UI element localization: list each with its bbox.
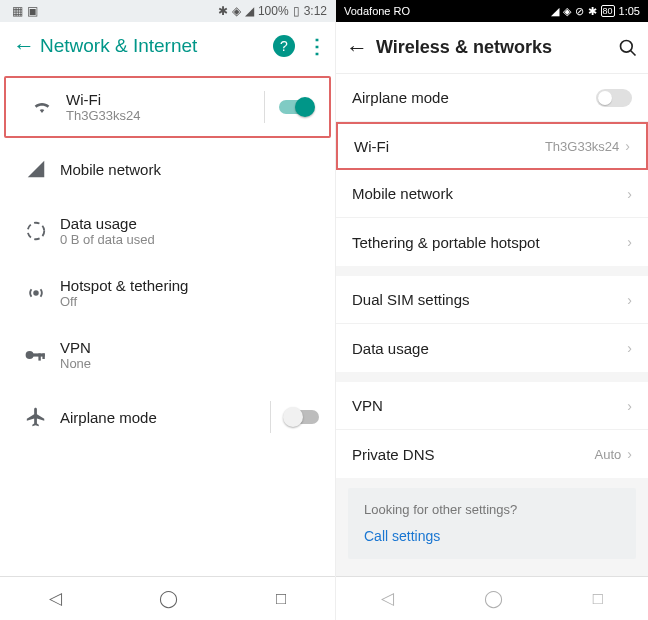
notif-icon: ▣: [27, 4, 38, 18]
help-button[interactable]: ?: [273, 35, 295, 57]
chevron-right-icon: ›: [627, 234, 632, 250]
row-title: Hotspot & tethering: [60, 277, 319, 294]
signal-status-icon: ◢: [245, 4, 254, 18]
row-title: Wi-Fi: [66, 91, 258, 108]
carrier: Vodafone RO: [344, 5, 547, 17]
chevron-right-icon: ›: [625, 138, 630, 154]
row-private-dns[interactable]: Private DNSAuto›: [336, 430, 648, 478]
bluetooth-icon: ✱: [588, 5, 597, 18]
row-title: Airplane mode: [352, 89, 596, 106]
row-value: Th3G33ks24: [545, 139, 619, 154]
search-button[interactable]: [618, 38, 638, 58]
row-title: Mobile network: [352, 185, 627, 202]
svg-rect-5: [42, 353, 44, 359]
battery-icon: ▯: [293, 4, 300, 18]
toggle[interactable]: [279, 100, 313, 114]
navigation-bar: ◁ ◯ □: [0, 576, 335, 620]
row-title: Mobile network: [60, 161, 319, 178]
wifi-status-icon: ◈: [232, 4, 241, 18]
row-title: VPN: [352, 397, 627, 414]
row-title: Data usage: [352, 340, 627, 357]
clock: 3:12: [304, 4, 327, 18]
toggle[interactable]: [285, 410, 319, 424]
overflow-button[interactable]: ⋮: [307, 34, 327, 58]
other-settings-card: Looking for other settings?Call settings: [348, 488, 636, 559]
chevron-right-icon: ›: [627, 292, 632, 308]
chevron-right-icon: ›: [627, 398, 632, 414]
row-subtitle: Off: [60, 294, 319, 309]
row-value: Auto: [595, 447, 622, 462]
row-mobile[interactable]: Mobile network›: [336, 170, 648, 218]
signal-icon: [16, 158, 56, 180]
navigation-bar: ◁ ◯ □: [336, 576, 648, 620]
call-settings-link[interactable]: Call settings: [364, 528, 440, 544]
row-hotspot[interactable]: Hotspot & tetheringOff: [0, 262, 335, 324]
row-subtitle: Th3G33ks24: [66, 108, 258, 123]
dnd-icon: ⊘: [575, 5, 584, 18]
chevron-right-icon: ›: [627, 446, 632, 462]
hotspot-icon: [16, 282, 56, 304]
row-title: VPN: [60, 339, 319, 356]
airplane-icon: [16, 406, 56, 428]
page-title: Wireless & networks: [376, 37, 618, 58]
vpn-icon: [16, 344, 56, 366]
signal-status-icon: ◢: [551, 5, 559, 18]
row-title: Private DNS: [352, 446, 595, 463]
phone-huawei: Vodafone RO ◢ ◈ ⊘ ✱ 80 1:05 ← Wireless &…: [336, 0, 648, 620]
footer-question: Looking for other settings?: [364, 502, 620, 517]
row-airplane[interactable]: Airplane mode: [0, 386, 335, 448]
row-title: Tethering & portable hotspot: [352, 234, 627, 251]
nav-recent[interactable]: □: [593, 589, 603, 609]
back-button[interactable]: ←: [8, 33, 40, 59]
status-bar: Vodafone RO ◢ ◈ ⊘ ✱ 80 1:05: [336, 0, 648, 22]
toggle[interactable]: [596, 89, 632, 107]
notif-icon: ▦: [12, 4, 23, 18]
data-usage-icon: [16, 220, 56, 242]
back-button[interactable]: ←: [346, 35, 376, 61]
row-title: Dual SIM settings: [352, 291, 627, 308]
app-bar: ← Network & Internet ? ⋮: [0, 22, 335, 70]
row-wifi[interactable]: Wi-FiTh3G33ks24: [4, 76, 331, 138]
nav-recent[interactable]: □: [276, 589, 286, 609]
row-airplane[interactable]: Airplane mode: [336, 74, 648, 122]
settings-group: Airplane modeWi-FiTh3G33ks24›Mobile netw…: [336, 74, 648, 266]
settings-list: Wi-FiTh3G33ks24Mobile networkData usage0…: [0, 70, 335, 576]
svg-point-6: [621, 40, 633, 52]
svg-point-0: [28, 223, 45, 240]
nav-home[interactable]: ◯: [484, 588, 503, 609]
row-title: Data usage: [60, 215, 319, 232]
battery-percent: 80: [601, 5, 615, 17]
row-title: Wi-Fi: [354, 138, 545, 155]
phone-stock-android: ▦ ▣ ✱ ◈ ◢ 100% ▯ 3:12 ← Network & Intern…: [0, 0, 336, 620]
settings-list: Airplane modeWi-FiTh3G33ks24›Mobile netw…: [336, 74, 648, 576]
svg-rect-4: [38, 353, 40, 360]
settings-group: Dual SIM settings›Data usage›: [336, 276, 648, 372]
status-bar: ▦ ▣ ✱ ◈ ◢ 100% ▯ 3:12: [0, 0, 335, 22]
chevron-right-icon: ›: [627, 340, 632, 356]
row-vpn[interactable]: VPNNone: [0, 324, 335, 386]
row-tethering[interactable]: Tethering & portable hotspot›: [336, 218, 648, 266]
wifi-icon: [22, 96, 62, 118]
row-mobile[interactable]: Mobile network: [0, 138, 335, 200]
chevron-right-icon: ›: [627, 186, 632, 202]
row-data[interactable]: Data usage›: [336, 324, 648, 372]
battery-percent: 100%: [258, 4, 289, 18]
app-bar: ← Wireless & networks: [336, 22, 648, 74]
row-subtitle: 0 B of data used: [60, 232, 319, 247]
bluetooth-icon: ✱: [218, 4, 228, 18]
nav-back[interactable]: ◁: [381, 588, 394, 609]
row-dual-sim[interactable]: Dual SIM settings›: [336, 276, 648, 324]
clock: 1:05: [619, 5, 640, 17]
row-wifi[interactable]: Wi-FiTh3G33ks24›: [336, 122, 648, 170]
nav-back[interactable]: ◁: [49, 588, 62, 609]
svg-point-1: [34, 291, 38, 295]
page-title: Network & Internet: [40, 35, 273, 57]
nav-home[interactable]: ◯: [159, 588, 178, 609]
row-vpn[interactable]: VPN›: [336, 382, 648, 430]
row-subtitle: None: [60, 356, 319, 371]
row-title: Airplane mode: [60, 409, 264, 426]
settings-group: VPN›Private DNSAuto›: [336, 382, 648, 478]
row-data-usage[interactable]: Data usage0 B of data used: [0, 200, 335, 262]
wifi-status-icon: ◈: [563, 5, 571, 18]
svg-line-7: [631, 50, 636, 55]
